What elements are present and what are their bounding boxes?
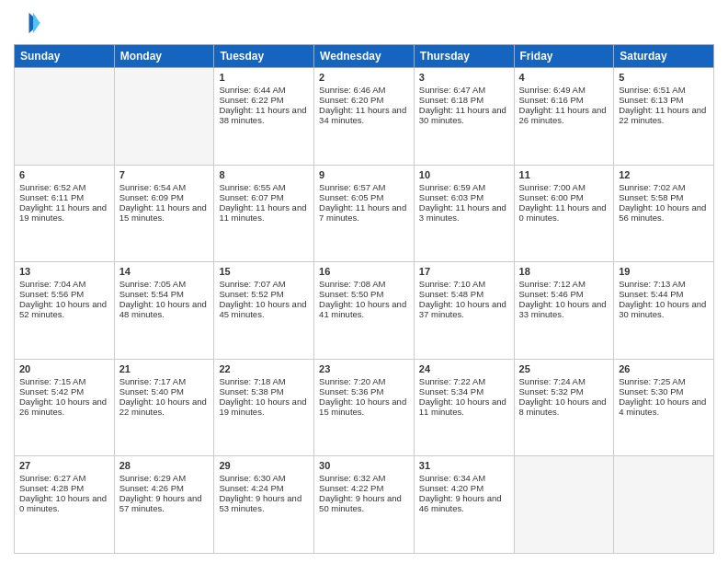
day-info: Daylight: 11 hours and 26 minutes.	[519, 105, 609, 125]
col-saturday: Saturday	[614, 45, 714, 68]
col-thursday: Thursday	[414, 45, 514, 68]
day-number: 31	[419, 460, 509, 471]
day-number: 17	[419, 266, 509, 277]
day-info: Sunset: 4:26 PM	[119, 483, 210, 493]
calendar-week-row: 1Sunrise: 6:44 AMSunset: 6:22 PMDaylight…	[15, 68, 714, 166]
table-row: 6Sunrise: 6:52 AMSunset: 6:11 PMDaylight…	[15, 165, 115, 262]
table-row: 25Sunrise: 7:24 AMSunset: 5:32 PMDayligh…	[514, 359, 614, 456]
table-row	[514, 456, 614, 554]
day-number: 14	[119, 266, 210, 277]
table-row: 14Sunrise: 7:05 AMSunset: 5:54 PMDayligh…	[114, 262, 214, 360]
table-row: 24Sunrise: 7:22 AMSunset: 5:34 PMDayligh…	[414, 359, 514, 456]
day-info: Sunrise: 7:04 AM	[19, 279, 109, 289]
table-row: 5Sunrise: 6:51 AMSunset: 6:13 PMDaylight…	[614, 68, 714, 166]
day-info: Sunset: 6:13 PM	[619, 95, 709, 105]
day-info: Sunset: 5:30 PM	[619, 386, 709, 396]
calendar-table: Sunday Monday Tuesday Wednesday Thursday…	[14, 44, 714, 554]
day-info: Daylight: 11 hours and 38 minutes.	[219, 105, 309, 125]
day-number: 28	[119, 460, 210, 471]
day-info: Sunrise: 7:24 AM	[519, 376, 609, 386]
day-info: Sunset: 6:03 PM	[419, 192, 509, 202]
day-info: Daylight: 11 hours and 7 minutes.	[319, 202, 409, 223]
day-info: Sunrise: 7:00 AM	[519, 182, 609, 192]
day-info: Daylight: 11 hours and 22 minutes.	[619, 105, 709, 125]
day-info: Sunrise: 7:05 AM	[119, 279, 210, 289]
day-info: Daylight: 10 hours and 26 minutes.	[19, 396, 109, 417]
day-number: 29	[219, 460, 309, 471]
day-info: Sunset: 6:22 PM	[219, 95, 309, 105]
day-info: Sunrise: 6:55 AM	[219, 182, 309, 192]
day-info: Sunrise: 6:54 AM	[119, 182, 210, 192]
table-row: 22Sunrise: 7:18 AMSunset: 5:38 PMDayligh…	[214, 359, 314, 456]
day-info: Sunrise: 6:52 AM	[19, 182, 109, 192]
header	[14, 9, 714, 37]
day-number: 30	[319, 460, 409, 471]
day-info: Sunset: 6:20 PM	[319, 95, 409, 105]
day-number: 9	[319, 169, 409, 180]
calendar-week-row: 13Sunrise: 7:04 AMSunset: 5:56 PMDayligh…	[15, 262, 714, 360]
table-row	[15, 68, 115, 166]
day-info: Sunrise: 7:12 AM	[519, 279, 609, 289]
day-number: 2	[319, 72, 409, 83]
table-row: 29Sunrise: 6:30 AMSunset: 4:24 PMDayligh…	[214, 456, 314, 554]
day-info: Sunrise: 6:29 AM	[119, 473, 210, 483]
day-info: Daylight: 11 hours and 0 minutes.	[519, 202, 609, 223]
day-info: Daylight: 10 hours and 52 minutes.	[19, 299, 109, 319]
day-number: 26	[619, 363, 709, 374]
table-row: 9Sunrise: 6:57 AMSunset: 6:05 PMDaylight…	[314, 165, 415, 262]
table-row: 18Sunrise: 7:12 AMSunset: 5:46 PMDayligh…	[514, 262, 614, 360]
col-tuesday: Tuesday	[214, 45, 314, 68]
col-sunday: Sunday	[15, 45, 115, 68]
table-row: 4Sunrise: 6:49 AMSunset: 6:16 PMDaylight…	[514, 68, 614, 166]
day-info: Sunrise: 6:46 AM	[319, 85, 409, 95]
day-info: Sunrise: 7:13 AM	[619, 279, 709, 289]
day-info: Sunrise: 7:07 AM	[219, 279, 309, 289]
day-number: 3	[419, 72, 509, 83]
calendar-header-row: Sunday Monday Tuesday Wednesday Thursday…	[15, 45, 714, 68]
day-info: Daylight: 10 hours and 15 minutes.	[319, 396, 409, 417]
day-info: Sunset: 5:42 PM	[19, 386, 109, 396]
day-info: Daylight: 11 hours and 15 minutes.	[119, 202, 210, 223]
col-friday: Friday	[514, 45, 614, 68]
day-info: Sunrise: 6:51 AM	[619, 85, 709, 95]
table-row: 23Sunrise: 7:20 AMSunset: 5:36 PMDayligh…	[314, 359, 415, 456]
day-number: 10	[419, 169, 509, 180]
day-info: Daylight: 11 hours and 34 minutes.	[319, 105, 409, 125]
calendar-week-row: 6Sunrise: 6:52 AMSunset: 6:11 PMDaylight…	[15, 165, 714, 262]
day-info: Sunrise: 6:27 AM	[19, 473, 109, 483]
day-info: Daylight: 10 hours and 0 minutes.	[19, 493, 109, 513]
day-info: Sunset: 5:46 PM	[519, 289, 609, 299]
table-row: 20Sunrise: 7:15 AMSunset: 5:42 PMDayligh…	[15, 359, 115, 456]
day-info: Sunrise: 7:18 AM	[219, 376, 309, 386]
table-row: 13Sunrise: 7:04 AMSunset: 5:56 PMDayligh…	[15, 262, 115, 360]
day-number: 7	[119, 169, 210, 180]
table-row: 10Sunrise: 6:59 AMSunset: 6:03 PMDayligh…	[414, 165, 514, 262]
table-row: 1Sunrise: 6:44 AMSunset: 6:22 PMDaylight…	[214, 68, 314, 166]
day-info: Sunset: 5:50 PM	[319, 289, 409, 299]
day-info: Sunset: 5:44 PM	[619, 289, 709, 299]
day-info: Sunset: 6:07 PM	[219, 192, 309, 202]
day-info: Daylight: 11 hours and 3 minutes.	[419, 202, 509, 223]
day-info: Daylight: 10 hours and 11 minutes.	[419, 396, 509, 417]
day-number: 8	[219, 169, 309, 180]
day-info: Sunrise: 6:47 AM	[419, 85, 509, 95]
day-info: Sunset: 5:34 PM	[419, 386, 509, 396]
day-info: Sunset: 4:24 PM	[219, 483, 309, 493]
day-info: Sunrise: 6:32 AM	[319, 473, 409, 483]
day-info: Sunrise: 7:02 AM	[619, 182, 709, 192]
day-info: Sunset: 5:40 PM	[119, 386, 210, 396]
day-number: 13	[19, 266, 109, 277]
day-info: Sunset: 6:16 PM	[519, 95, 609, 105]
day-number: 16	[319, 266, 409, 277]
day-info: Sunrise: 7:20 AM	[319, 376, 409, 386]
day-info: Sunrise: 6:49 AM	[519, 85, 609, 95]
day-info: Daylight: 10 hours and 56 minutes.	[619, 202, 709, 223]
day-number: 4	[519, 72, 609, 83]
table-row: 7Sunrise: 6:54 AMSunset: 6:09 PMDaylight…	[114, 165, 214, 262]
day-info: Daylight: 10 hours and 45 minutes.	[219, 299, 309, 319]
svg-marker-1	[33, 13, 40, 34]
day-info: Sunset: 4:20 PM	[419, 483, 509, 493]
day-info: Daylight: 11 hours and 19 minutes.	[19, 202, 109, 223]
day-info: Sunrise: 6:57 AM	[319, 182, 409, 192]
day-number: 19	[619, 266, 709, 277]
